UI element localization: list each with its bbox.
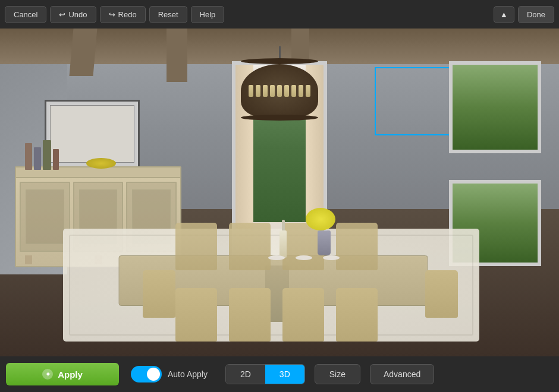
selection-box (375, 67, 455, 135)
chandelier-crystals (246, 82, 313, 100)
auto-apply-label: Auto Apply (168, 369, 208, 379)
vase-body (318, 230, 331, 255)
book-1 (25, 143, 32, 170)
bottom-toolbar: ✦ Apply Auto Apply 2D 3D Size Advanced (0, 356, 559, 392)
auto-apply-toggle[interactable] (131, 366, 162, 382)
reset-button[interactable]: Reset (149, 6, 187, 23)
plate-1 (268, 255, 285, 260)
crystal (277, 85, 282, 97)
sideboard-door-1 (20, 182, 70, 252)
auto-apply-group: Auto Apply (131, 366, 208, 382)
crystal (306, 85, 310, 97)
crystal (299, 85, 303, 97)
ceiling-beam-1 (70, 29, 98, 76)
size-button[interactable]: Size (315, 364, 360, 384)
window-right-top-view (453, 65, 538, 150)
done-button[interactable]: Done (518, 6, 554, 23)
crystal (270, 85, 275, 97)
sideboard-leg-1 (25, 255, 32, 264)
chandelier-body (241, 64, 318, 118)
chair-front-4[interactable] (336, 288, 378, 342)
chair-front-3[interactable] (282, 288, 324, 342)
apply-icon: ✦ (42, 369, 53, 380)
chair-left-end[interactable] (143, 270, 175, 318)
apply-button[interactable]: ✦ Apply (6, 363, 119, 385)
undo-button[interactable]: ↩ Undo (50, 6, 96, 23)
redo-icon: ↪ (109, 10, 115, 19)
advanced-button[interactable]: Advanced (370, 364, 434, 384)
chair-back-1[interactable] (175, 223, 217, 270)
plate-2 (296, 255, 312, 260)
chandelier-rim-bottom (241, 115, 318, 121)
table-plates (268, 255, 340, 260)
crystal (284, 85, 289, 97)
bottle-neck (282, 220, 285, 230)
toolbar: Cancel ↩ Undo ↪ Redo Reset Help ▲ Done (0, 0, 559, 29)
bottle-body (280, 230, 287, 258)
flower-vase (313, 208, 335, 255)
window-right-top (449, 61, 541, 153)
plate-3 (323, 255, 340, 260)
flowers (306, 208, 335, 230)
undo-icon: ↩ (59, 10, 65, 19)
crystal (249, 85, 253, 97)
view-3d-button[interactable]: 3D (265, 365, 304, 384)
crystal (263, 85, 268, 97)
crystal (256, 85, 260, 97)
wall-frame-inner (50, 105, 134, 163)
sideboard-door-inner-1 (26, 189, 64, 244)
chandelier-rim-top (241, 58, 318, 64)
view-2d-button[interactable]: 2D (226, 365, 265, 384)
wine-bottle (280, 220, 287, 258)
book-3 (43, 140, 51, 170)
redo-button[interactable]: ↪ Redo (100, 6, 146, 23)
crystal (291, 85, 296, 97)
book-4 (53, 149, 59, 170)
book-stack (25, 140, 59, 170)
chair-back-4[interactable] (336, 223, 378, 270)
book-2 (34, 147, 41, 170)
chair-front-1[interactable] (175, 288, 217, 342)
chair-front-2[interactable] (229, 288, 271, 342)
help-button[interactable]: Help (191, 6, 225, 23)
view-mode-group: 2D 3D (225, 364, 305, 384)
scene-viewport[interactable] (0, 29, 559, 356)
cancel-button[interactable]: Cancel (5, 6, 46, 23)
toggle-knob (147, 368, 160, 381)
ceiling-beam-2 (167, 29, 187, 82)
fruit-bowl (86, 158, 116, 169)
chair-back-2[interactable] (229, 223, 271, 270)
chevron-up-button[interactable]: ▲ (494, 6, 514, 23)
chair-right-end[interactable] (425, 270, 458, 318)
chandelier (241, 46, 318, 121)
